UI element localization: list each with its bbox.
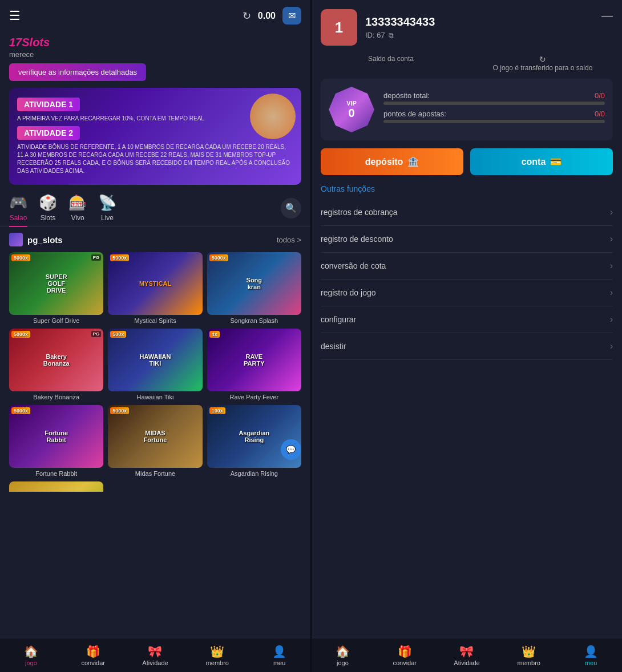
menu-desistir[interactable]: desistir › bbox=[321, 333, 613, 360]
game-card-super-golf-drive[interactable]: SUPERGOLFDRIVE 5000x PG Super Golf Drive bbox=[9, 252, 103, 324]
mail-button[interactable]: ✉ bbox=[282, 7, 301, 25]
atividade-label: Atividade bbox=[142, 659, 168, 666]
configurar-label: configurar bbox=[321, 315, 356, 324]
bottom-nav-convidar[interactable]: 🎁 convidar bbox=[62, 638, 124, 672]
balance-refresh-icon[interactable]: ↻ bbox=[539, 55, 546, 64]
right-bottom-convidar[interactable]: 🎁 convidar bbox=[374, 638, 436, 672]
registro-jogo-label: registro do jogo bbox=[321, 288, 376, 297]
deposito-btn-icon: 🏦 bbox=[407, 156, 419, 167]
game-badge-bakery: 5000x bbox=[11, 331, 30, 338]
deposito-button[interactable]: depósito 🏦 bbox=[321, 148, 463, 175]
banner-decoration bbox=[250, 94, 296, 139]
profile-header: 1 13333343433 ID: 67 ⧉ — bbox=[312, 0, 622, 55]
menu-registro-jogo[interactable]: registro do jogo › bbox=[321, 280, 613, 306]
deposito-value: 0/0 bbox=[595, 91, 605, 100]
right-membro-label: membro bbox=[518, 659, 540, 666]
bottom-nav-atividade[interactable]: 🎀 Atividade bbox=[124, 638, 187, 672]
menu-registro-desconto[interactable]: registro de desconto › bbox=[321, 226, 613, 253]
vip-badge: VIP 0 bbox=[329, 87, 374, 132]
menu-icon[interactable]: ☰ bbox=[9, 9, 21, 23]
pg-label-bakery: PG bbox=[91, 331, 102, 337]
registro-desconto-label: registro de desconto bbox=[321, 234, 393, 244]
bottom-nav-jogo[interactable]: 🏠 jogo bbox=[0, 638, 62, 672]
game-card-hawaiian-tiki[interactable]: HAWAIIANTIKI 500x Hawaiian Tiki bbox=[108, 329, 202, 400]
membro-icon: 👑 bbox=[210, 645, 224, 658]
pg-label-golf: PG bbox=[91, 254, 102, 261]
deposito-stat: depósito total: 0/0 bbox=[383, 91, 605, 105]
game-name-rave-party-fever: Rave Party Fever bbox=[207, 394, 301, 400]
balance-display: 0.00 bbox=[258, 11, 276, 21]
bottom-nav-meu[interactable]: 👤 meu bbox=[248, 638, 310, 672]
tab-salao[interactable]: 🎮 Salao bbox=[9, 194, 27, 222]
right-membro-icon: 👑 bbox=[522, 645, 536, 658]
todos-link[interactable]: todos > bbox=[277, 236, 301, 244]
game-badge-fortune: 5000x bbox=[11, 407, 30, 414]
game-section-header: pg_slots todos > bbox=[9, 233, 301, 246]
conversao-cota-arrow: › bbox=[610, 261, 613, 271]
banner-activity1-label: ATIVIDADE 1 bbox=[17, 98, 80, 111]
menu-configurar[interactable]: configurar › bbox=[321, 306, 613, 333]
game-card-fortune-rabbit[interactable]: FortuneRabbit 5000x Fortune Rabbit bbox=[9, 405, 103, 477]
right-bottom-jogo[interactable]: 🏠 jogo bbox=[312, 638, 374, 672]
id-text: ID: 67 bbox=[365, 31, 385, 39]
menu-registros-cobranca[interactable]: registros de cobrança › bbox=[321, 199, 613, 226]
tab-live[interactable]: 📡 Live bbox=[98, 194, 116, 222]
game-badge-midas: 5000x bbox=[110, 407, 129, 414]
convidar-label: convidar bbox=[81, 659, 105, 666]
conta-button[interactable]: conta 💳 bbox=[470, 148, 613, 175]
banner: ATIVIDADE 1 A PRIMEIRA VEZ PARA RECARREG… bbox=[9, 88, 301, 185]
right-bottom-membro[interactable]: 👑 membro bbox=[498, 638, 560, 672]
game-name-songkran-splash: Songkran Splash bbox=[207, 317, 301, 324]
transfer-label: O jogo é transferido para o saldo bbox=[493, 64, 593, 72]
promo-detail-button[interactable]: verifique as informações detalhadas bbox=[9, 63, 146, 81]
right-bottom-meu[interactable]: 👤 meu bbox=[560, 638, 622, 672]
game-card-misc[interactable]: 🌟 bbox=[9, 481, 103, 492]
vip-badge-shape: VIP 0 bbox=[329, 87, 374, 132]
slots-icon: 🎲 bbox=[39, 194, 57, 212]
game-badge-hawaiian: 500x bbox=[110, 331, 126, 338]
game-card-bakery-bonanza[interactable]: BakeryBonanza 5000x PG Bakery Bonanza bbox=[9, 329, 103, 400]
game-card-asgardian-rising[interactable]: AsgardianRising 100x 💬 Asgardian Rising bbox=[207, 405, 301, 477]
live-icon: 📡 bbox=[98, 194, 116, 212]
game-name-midas-fortune: Midas Fortune bbox=[108, 470, 202, 477]
game-badge-rave: 4x bbox=[209, 331, 220, 338]
game-card-mystical-spirits[interactable]: MYSTICAL 5000x Mystical Spirits bbox=[108, 252, 202, 324]
game-card-songkran-splash[interactable]: Songkran 5000x Songkran Splash bbox=[207, 252, 301, 324]
other-functions: Outras funções registros de cobrança › r… bbox=[312, 184, 622, 360]
game-name-fortune-rabbit: Fortune Rabbit bbox=[9, 470, 103, 477]
search-button[interactable]: 🔍 bbox=[281, 198, 301, 218]
game-card-midas-fortune[interactable]: MIDASFortune 5000x Midas Fortune bbox=[108, 405, 202, 477]
game-badge-golf: 5000x bbox=[11, 254, 30, 261]
saldo-label: Saldo da conta bbox=[368, 55, 414, 63]
close-button[interactable]: — bbox=[601, 9, 613, 22]
support-bubble[interactable]: 💬 bbox=[281, 439, 301, 460]
other-functions-title: Outras funções bbox=[321, 184, 613, 193]
registros-cobranca-arrow: › bbox=[610, 207, 613, 217]
profile-id: ID: 67 ⧉ bbox=[365, 31, 593, 39]
right-bottom-atividade[interactable]: 🎀 Atividade bbox=[436, 638, 498, 672]
refresh-icon[interactable]: ↻ bbox=[243, 10, 251, 22]
promo-num: 17 bbox=[9, 36, 22, 48]
tab-vivo[interactable]: 🎰 Vivo bbox=[68, 194, 87, 222]
desistir-arrow: › bbox=[610, 341, 613, 351]
game-badge-asgardian: 100x bbox=[209, 407, 225, 414]
pontos-label: pontos de apostas: bbox=[383, 110, 446, 118]
game-name-asgardian-rising: Asgardian Rising bbox=[207, 470, 301, 477]
game-card-rave-party-fever[interactable]: RAVEPARTY 4x Rave Party Fever bbox=[207, 329, 301, 400]
copy-icon[interactable]: ⧉ bbox=[389, 31, 394, 39]
bottom-nav-membro[interactable]: 👑 membro bbox=[186, 638, 248, 672]
tab-slots[interactable]: 🎲 Slots bbox=[39, 194, 57, 222]
game-badge-songkran: 5000x bbox=[209, 254, 228, 261]
deposito-progress-bar bbox=[383, 102, 605, 105]
slots-label: Slots bbox=[41, 214, 56, 222]
menu-conversao-cota[interactable]: conversão de cota › bbox=[321, 253, 613, 280]
meu-label: meu bbox=[273, 659, 285, 666]
game-section: pg_slots todos > SUPERGOLFDRIVE 5000x PG… bbox=[0, 227, 310, 638]
game-name-mystical-spirits: Mystical Spirits bbox=[108, 317, 202, 324]
top-bar: ☰ ↻ 0.00 ✉ bbox=[0, 0, 310, 31]
promo-subtitle: merece bbox=[9, 50, 301, 59]
avatar: 1 bbox=[321, 9, 357, 46]
game-name-bakery-bonanza: Bakery Bonanza bbox=[9, 394, 103, 400]
game-section-title: pg_slots bbox=[9, 233, 63, 246]
conta-btn-icon: 💳 bbox=[550, 156, 562, 167]
